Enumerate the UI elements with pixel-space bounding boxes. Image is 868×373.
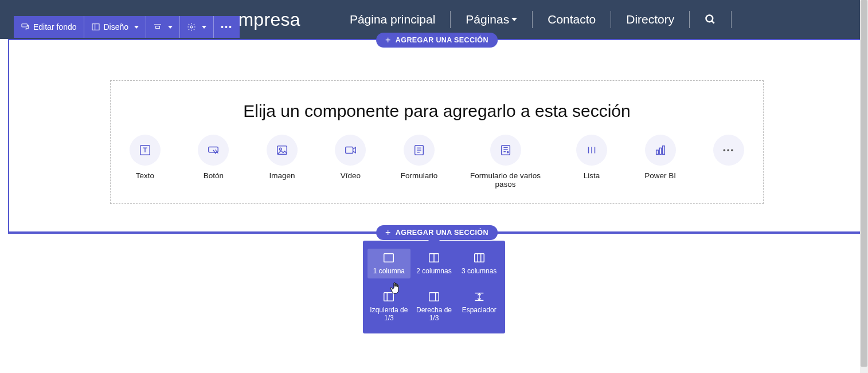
component-list[interactable]: Lista — [569, 135, 615, 189]
plus-icon: + — [385, 36, 391, 45]
svg-rect-36 — [429, 293, 439, 301]
svg-rect-3 — [92, 24, 99, 30]
svg-rect-2 — [22, 24, 27, 27]
layout-label: 2 columnas — [416, 267, 451, 275]
svg-rect-34 — [384, 293, 394, 301]
svg-rect-31 — [474, 254, 484, 262]
svg-rect-26 — [659, 148, 662, 154]
layout-left-third[interactable]: Izquierda de 1/3 — [367, 288, 410, 325]
svg-rect-17 — [501, 146, 510, 155]
spacer-icon — [473, 291, 486, 303]
left-third-icon — [382, 291, 395, 303]
layout-label: Espaciador — [462, 306, 496, 314]
nav-links: Página principal Páginas Contacto Direct… — [335, 11, 732, 28]
text-icon — [139, 144, 151, 156]
nav-pages-label: Páginas — [466, 13, 509, 26]
chart-icon — [654, 144, 667, 156]
nav-search[interactable] — [690, 11, 732, 28]
component-text[interactable]: Texto — [122, 135, 168, 189]
chevron-down-icon — [134, 26, 139, 29]
search-icon — [705, 14, 716, 25]
nav-directory[interactable]: Directory — [611, 11, 690, 28]
nav-pages[interactable]: Páginas — [451, 11, 533, 28]
layout-1-column[interactable]: 1 columna — [367, 249, 410, 278]
layout-icon — [91, 22, 100, 32]
layout-label: 3 columnas — [462, 267, 496, 275]
svg-point-21 — [507, 152, 508, 153]
svg-point-7 — [190, 26, 193, 28]
component-more[interactable]: ••• — [706, 135, 752, 189]
scrollbar-thumb[interactable] — [861, 0, 867, 367]
layout-label: Derecha de 1/3 — [414, 306, 455, 322]
edit-background-label: Editar fondo — [33, 22, 77, 32]
layout-3-columns[interactable]: 3 columnas — [458, 249, 501, 278]
component-video[interactable]: Vídeo — [328, 135, 374, 189]
layout-2-columns[interactable]: 2 columnas — [413, 249, 456, 278]
svg-point-0 — [706, 15, 713, 22]
design-label: Diseño — [104, 22, 129, 32]
add-section-top-button[interactable]: + AGREGAR UNA SECCIÓN — [376, 33, 498, 48]
nav-home-label: Página principal — [350, 13, 435, 26]
svg-rect-6 — [156, 26, 160, 29]
plus-icon: + — [385, 228, 391, 237]
svg-rect-27 — [662, 146, 664, 155]
multiform-icon — [499, 144, 512, 156]
section-divider: + AGREGAR UNA SECCIÓN — [8, 233, 866, 234]
component-button-label: Botón — [204, 171, 224, 180]
image-icon — [276, 144, 288, 156]
component-list-label: Lista — [584, 171, 600, 180]
add-section-label: AGREGAR UNA SECCIÓN — [396, 229, 488, 237]
component-image[interactable]: Imagen — [259, 135, 305, 189]
component-multiform-label: Formulario de varios pasos — [465, 171, 546, 189]
chevron-down-icon — [168, 26, 173, 29]
component-form-label: Formulario — [401, 171, 438, 180]
paint-icon — [21, 22, 30, 32]
nav-contact[interactable]: Contacto — [533, 11, 611, 28]
component-button[interactable]: Botón — [191, 135, 237, 189]
svg-rect-28 — [384, 254, 394, 262]
component-powerbi[interactable]: Power BI — [638, 135, 683, 189]
one-column-icon — [382, 252, 395, 264]
layout-popover: 1 columna 2 columnas 3 columnas Izquierd… — [363, 241, 505, 333]
settings-button[interactable] — [180, 16, 214, 38]
component-row: Texto Botón Imagen Vídeo Formulario Form — [122, 135, 752, 189]
editor-toolbar: Editar fondo Diseño ••• — [14, 16, 240, 38]
chevron-down-icon — [202, 26, 206, 29]
component-more-label — [728, 171, 730, 180]
component-video-label: Vídeo — [341, 171, 361, 180]
video-icon — [344, 144, 357, 156]
layout-label: 1 columna — [373, 267, 405, 275]
component-powerbi-label: Power BI — [644, 171, 676, 180]
gear-icon — [187, 22, 196, 32]
component-picker: Elija un componente para agregarlo a est… — [110, 80, 764, 204]
component-multiform[interactable]: Formulario de varios pasos — [465, 135, 546, 189]
ellipsis-icon: ••• — [221, 22, 233, 32]
right-third-icon — [428, 291, 440, 303]
layout-right-third[interactable]: Derecha de 1/3 — [413, 288, 456, 325]
chevron-down-icon — [511, 18, 517, 21]
svg-line-1 — [712, 21, 714, 23]
layout-spacer[interactable]: Espaciador — [458, 288, 501, 325]
component-text-label: Texto — [136, 171, 154, 180]
nav-contact-label: Contacto — [548, 13, 596, 26]
list-icon — [585, 144, 598, 156]
editor-canvas: + AGREGAR UNA SECCIÓN Elija un component… — [8, 39, 866, 233]
component-picker-title: Elija un componente para agregarlo a est… — [122, 101, 752, 121]
more-button[interactable]: ••• — [214, 16, 240, 38]
component-form[interactable]: Formulario — [396, 135, 442, 189]
svg-rect-25 — [656, 150, 658, 154]
ellipsis-icon: ••• — [723, 146, 734, 155]
align-icon — [153, 22, 162, 32]
form-icon — [413, 144, 425, 156]
two-column-icon — [428, 252, 440, 264]
edit-background-button[interactable]: Editar fondo — [14, 16, 84, 38]
svg-rect-12 — [346, 147, 353, 154]
design-button[interactable]: Diseño — [84, 16, 147, 38]
nav-directory-label: Directory — [626, 13, 674, 26]
nav-home[interactable]: Página principal — [335, 11, 451, 28]
align-button[interactable] — [146, 16, 180, 38]
add-section-label: AGREGAR UNA SECCIÓN — [396, 36, 488, 44]
three-column-icon — [473, 252, 486, 264]
svg-point-11 — [279, 148, 281, 150]
vertical-scrollbar[interactable] — [860, 0, 868, 373]
